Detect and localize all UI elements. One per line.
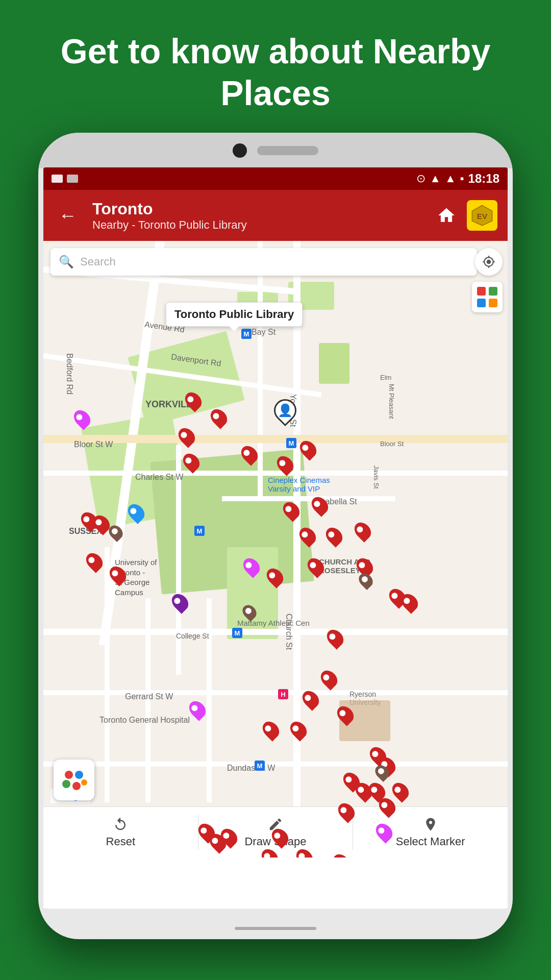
search-placeholder: Search	[80, 255, 116, 268]
grid-dot-3	[477, 299, 486, 307]
grid-dot-4	[489, 299, 497, 307]
svg-point-6	[81, 779, 87, 786]
status-left-icons	[52, 175, 78, 183]
notification-icon-1	[52, 175, 63, 183]
search-icon: 🔍	[59, 255, 74, 269]
wifi-icon: ▲	[430, 172, 441, 185]
label-bay: Bay St	[252, 328, 276, 337]
metro-m-4: M	[194, 526, 205, 536]
map-canvas: Dupont St Bedford Rd Avenue Rd Davenport…	[43, 241, 508, 857]
metro-m-3: M	[232, 628, 242, 638]
charles-st	[43, 471, 508, 476]
metro-m-5: M	[255, 761, 265, 771]
marker-red-33[interactable]	[389, 779, 412, 802]
label-bloor-right: Bloor St	[380, 440, 404, 448]
signal-icon: ▲	[445, 172, 456, 185]
reset-label: Reset	[106, 835, 135, 848]
label-gerrard: Gerrard St W	[125, 692, 173, 701]
tooltip-text: Toronto Public Library	[174, 308, 294, 321]
app-bar: ← Toronto Nearby - Toronto Public Librar…	[43, 190, 508, 241]
label-dundas: Dundas St W	[227, 764, 275, 773]
marker-red-10[interactable]	[322, 524, 345, 547]
reset-button[interactable]: Reset	[43, 807, 198, 857]
label-mt-pleasant: Mt Pleasant	[388, 384, 395, 419]
phone-top-bar	[38, 133, 513, 168]
ev-badge[interactable]: EV	[467, 200, 497, 231]
marker-red-27[interactable]	[287, 718, 310, 741]
marker-red-26[interactable]	[259, 718, 282, 741]
marker-red-6[interactable]	[175, 425, 198, 448]
huron-st	[105, 547, 110, 802]
metro-m-2: M	[286, 438, 296, 448]
home-button[interactable]	[431, 200, 462, 231]
label-toronto-general: Toronto General Hospital	[99, 716, 190, 725]
hospital-h: H	[278, 689, 288, 699]
search-bar[interactable]: 🔍 Search	[51, 248, 477, 276]
status-bar: ⊙ ▲ ▲ ▪ 18:18	[43, 167, 508, 190]
gerrard-st	[43, 690, 508, 695]
svg-point-2	[65, 771, 73, 779]
grid-dot-2	[489, 287, 497, 296]
layers-button[interactable]	[472, 282, 503, 312]
phone-speaker	[257, 146, 318, 155]
map-cluster-icon[interactable]	[54, 760, 94, 800]
phone-screen: ⊙ ▲ ▲ ▪ 18:18 ← Toronto Nearby - Toronto…	[43, 167, 508, 909]
svg-point-5	[72, 782, 81, 790]
select-marker-label: Select Marker	[396, 835, 465, 848]
notification-icon-2	[67, 175, 78, 183]
person-marker-circle: 👤	[269, 395, 301, 426]
label-elm: Elm	[380, 374, 391, 381]
location-button[interactable]	[475, 248, 503, 276]
person-marker[interactable]: 👤	[274, 399, 296, 427]
person-icon: 👤	[278, 403, 293, 418]
park-7	[319, 343, 349, 384]
svg-point-3	[75, 771, 83, 779]
phone-camera	[233, 143, 247, 158]
map-tooltip: Toronto Public Library	[166, 302, 303, 327]
app-bar-title-block: Toronto Nearby - Toronto Public Library	[92, 200, 421, 232]
label-javis: Javis St	[372, 465, 380, 489]
status-time: 18:18	[468, 172, 499, 186]
mccaul-st	[207, 598, 212, 802]
marker-red-18[interactable]	[351, 519, 374, 542]
marker-red-23[interactable]	[317, 667, 340, 690]
bay-st	[258, 241, 263, 496]
app-bar-icons: EV	[431, 200, 497, 231]
map-area[interactable]: Dupont St Bedford Rd Avenue Rd Davenport…	[43, 241, 508, 857]
app-bar-subtitle: Nearby - Toronto Public Library	[92, 218, 421, 232]
label-college: College St	[176, 632, 209, 640]
college-st	[43, 629, 508, 635]
main-road-1	[43, 435, 508, 443]
label-charles: Charles St W	[135, 473, 183, 482]
grid-dot-1	[477, 287, 486, 296]
svg-point-4	[62, 780, 70, 788]
phone-home-bar	[235, 927, 316, 930]
location-status-icon: ⊙	[416, 172, 425, 185]
metro-m-1: M	[241, 329, 252, 339]
marker-red-1[interactable]	[207, 406, 230, 429]
status-right: ⊙ ▲ ▲ ▪ 18:18	[416, 172, 499, 186]
label-mattamy: Mattamy Athletic Cen	[237, 619, 310, 627]
marker-purple-1[interactable]	[168, 591, 191, 614]
isabella-st	[222, 496, 395, 501]
marker-red-21[interactable]	[83, 550, 106, 573]
phone-frame: ⊙ ▲ ▲ ▪ 18:18 ← Toronto Nearby - Toronto…	[38, 133, 513, 939]
back-button[interactable]: ←	[54, 200, 82, 231]
app-bar-main-title: Toronto	[92, 200, 421, 218]
svg-text:EV: EV	[477, 212, 488, 220]
label-bedford: Bedford Rd	[65, 353, 74, 395]
label-bloor: Bloor St W	[74, 440, 113, 449]
battery-icon: ▪	[460, 172, 464, 185]
hero-title: Get to know about Nearby Places	[0, 31, 551, 114]
label-cineplex: Cineplex CinemasVarsity and VIP	[268, 476, 330, 493]
dundas-st	[43, 762, 508, 767]
